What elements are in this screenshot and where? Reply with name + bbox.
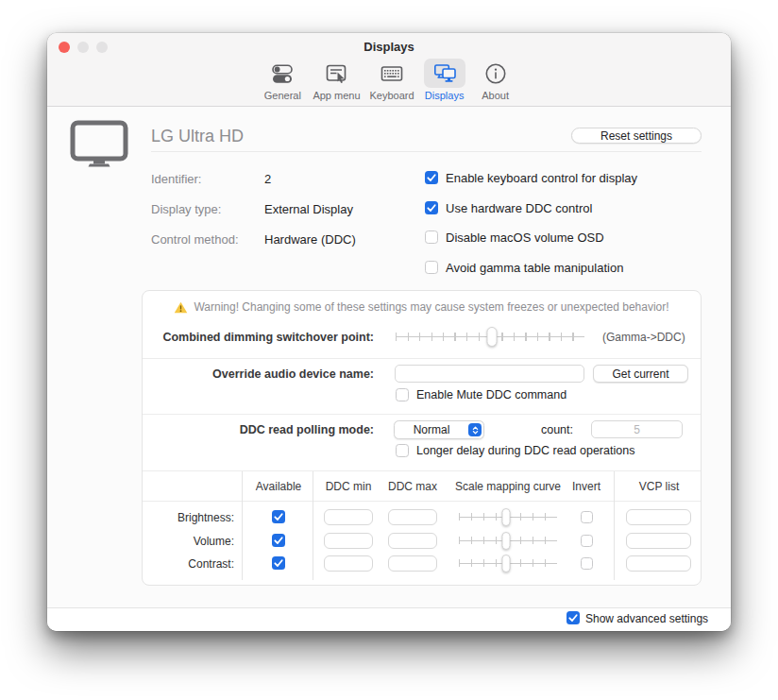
identifier-value: 2 [264,172,271,186]
tab-general[interactable]: General [262,59,303,101]
contrast-curve-slider[interactable] [459,556,557,570]
audio-name-label: Override audio device name: [143,367,374,381]
enable-mute-ddc-label: Enable Mute DDC command [416,388,567,401]
brightness-available-checkbox[interactable] [272,510,285,523]
tab-displays[interactable]: Displays [424,59,465,101]
contrast-available-checkbox[interactable] [272,556,285,570]
use-hardware-ddc-label: Use hardware DDC control [446,201,592,215]
tab-label: General [264,90,301,101]
brightness-vcp-input[interactable] [626,509,691,525]
audio-name-input[interactable] [395,365,584,383]
toggles-icon [262,59,303,88]
slider-knob[interactable] [501,508,510,526]
disable-volume-osd-label: Disable macOS volume OSD [446,230,604,245]
tab-label: About [482,90,509,101]
warning-icon [174,301,188,314]
tab-label: App menu [313,90,360,101]
col-header-available: Available [256,480,301,493]
dimming-suffix: (Gamma->DDC) [602,331,685,344]
contrast-invert-checkbox[interactable] [581,557,593,570]
show-advanced-settings-label: Show advanced settings [585,612,708,625]
display-name: LG Ultra HD [151,127,244,146]
slider-knob[interactable] [501,555,510,572]
slider-knob[interactable] [501,532,510,550]
tab-label: Displays [425,90,465,101]
count-label: count: [479,423,573,436]
brightness-ddc-max-input[interactable] [388,509,437,525]
tab-keyboard[interactable]: Keyboard [370,59,414,101]
enable-mute-ddc-checkbox[interactable] [396,388,409,401]
warning-text: Warning! Changing some of these settings… [194,300,668,314]
keyboard-icon [371,59,413,88]
advanced-settings-panel: Warning! Changing some of these settings… [142,290,702,586]
section-divider [143,358,701,359]
window-chrome: Displays General [47,33,731,107]
contrast-ddc-max-input[interactable] [388,555,437,572]
dimming-switchover-slider[interactable] [396,330,584,344]
volume-invert-checkbox[interactable] [581,535,593,547]
col-header-ddc-max: DDC max [388,480,437,493]
brightness-ddc-min-input[interactable] [324,509,373,525]
polling-mode-label: DDC read polling mode: [143,423,374,436]
volume-curve-slider[interactable] [459,534,557,547]
slider-knob[interactable] [487,327,498,347]
menu-document-icon [315,59,357,88]
col-header-vcp-list: VCP list [639,480,679,493]
enable-keyboard-control-checkbox[interactable] [425,171,438,184]
tab-about[interactable]: About [475,59,516,101]
col-header-ddc-min: DDC min [326,480,372,493]
control-method-label: Control method: [151,232,239,247]
table-column-divider [614,471,615,580]
tab-label: Keyboard [370,90,414,101]
avoid-gamma-label: Avoid gamma table manipulation [446,261,623,275]
volume-vcp-input[interactable] [626,533,691,549]
brightness-invert-checkbox[interactable] [581,511,593,523]
monitor-icon [70,120,128,171]
window-title: Displays [47,40,731,54]
table-column-divider [242,471,243,580]
longer-delay-label: Longer delay during DDC read operations [416,444,634,457]
section-divider [143,414,701,415]
dimming-switchover-label: Combined dimming switchover point: [143,331,374,344]
tab-app-menu[interactable]: App menu [313,59,360,101]
polling-mode-value: Normal [395,423,468,436]
longer-delay-checkbox[interactable] [396,444,409,457]
header-divider [151,151,702,152]
preferences-toolbar: General App menu [47,59,731,101]
table-header-divider [143,501,701,502]
disable-volume-osd-checkbox[interactable] [425,230,438,244]
volume-ddc-min-input[interactable] [324,533,373,549]
identifier-label: Identifier: [151,172,201,186]
enable-keyboard-control-label: Enable keyboard control for display [446,171,637,185]
use-hardware-ddc-checkbox[interactable] [425,201,438,214]
polling-mode-dropdown[interactable]: Normal [394,420,484,439]
info-icon [475,59,516,88]
count-input[interactable] [591,420,683,438]
row-label-volume: Volume: [143,535,234,548]
display-type-value: External Display [264,202,353,216]
brightness-curve-slider[interactable] [459,510,557,523]
warning-row: Warning! Changing some of these settings… [143,300,701,314]
volume-ddc-max-input[interactable] [388,533,437,549]
displays-icon [424,59,465,88]
volume-available-checkbox[interactable] [272,534,285,547]
col-header-curve: Scale mapping curve [455,480,561,493]
row-label-brightness: Brightness: [143,511,234,524]
get-current-button[interactable]: Get current [593,365,688,383]
displays-window: Displays General [47,33,731,631]
display-type-label: Display type: [151,202,221,216]
contrast-vcp-input[interactable] [626,555,691,572]
avoid-gamma-checkbox[interactable] [425,261,438,274]
row-label-contrast: Contrast: [143,557,234,571]
control-method-value: Hardware (DDC) [264,232,356,247]
col-header-invert: Invert [572,480,600,493]
table-column-divider [313,471,313,580]
contrast-ddc-min-input[interactable] [324,555,373,572]
section-divider [143,470,701,471]
reset-settings-button[interactable]: Reset settings [571,128,702,144]
show-advanced-settings-checkbox[interactable] [567,611,580,624]
